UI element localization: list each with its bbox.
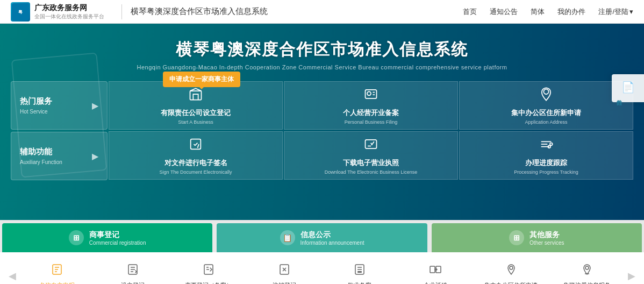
service-card-5[interactable]: 办理进度跟踪 Processing Progress Tracking bbox=[459, 131, 633, 180]
right-arrow-icon: ▶ bbox=[92, 151, 98, 161]
sign-icon bbox=[188, 137, 203, 155]
svg-text:粤: 粤 bbox=[18, 9, 23, 14]
logo-icon: 粤 bbox=[11, 2, 30, 22]
callout-bubble: 申请成立一家商事主体 bbox=[163, 72, 240, 87]
nav-notice[interactable]: 通知公告 bbox=[490, 7, 518, 17]
service-card-3[interactable]: 对文件进行电子签名 Sign The Document Electronical… bbox=[109, 131, 283, 180]
site-title: 横琴粤澳深度合作区市场准入信息系统 bbox=[131, 6, 268, 17]
office-location-icon bbox=[505, 263, 518, 279]
service-card-2[interactable]: 集中办公区住所新申请 Application Address bbox=[459, 81, 633, 130]
service-icon-5[interactable]: 企业迁移 bbox=[398, 263, 474, 284]
nav-home[interactable]: 首页 bbox=[463, 7, 477, 17]
logo-text: 广东政务服务网 全国一体化在线政务服务平台 bbox=[34, 3, 104, 21]
service-icon-3[interactable]: 注销登记 bbox=[246, 263, 322, 284]
hero-section: 横琴粤澳深度合作区市场准入信息系统 Hengqin Guangdong-Maca… bbox=[0, 24, 644, 220]
svg-rect-2 bbox=[190, 91, 202, 100]
services-area: 热门服务 Hot Service ▶ 辅助功能 Auxiliary Functi… bbox=[0, 81, 644, 180]
cancel-icon bbox=[278, 263, 291, 279]
hero-title-area: 横琴粤澳深度合作区市场准入信息系统 Hengqin Guangdong-Maca… bbox=[0, 24, 644, 70]
registry-icon bbox=[581, 263, 593, 279]
hot-service-panel[interactable]: 热门服务 Hot Service ▶ bbox=[11, 81, 108, 130]
svg-rect-18 bbox=[357, 271, 362, 273]
tab-info[interactable]: 📋 信息公示 Information announcement bbox=[217, 223, 427, 252]
service-icon-0[interactable]: 名称自主申报 bbox=[19, 263, 95, 284]
license-icon bbox=[363, 137, 378, 155]
header-divider bbox=[121, 4, 122, 19]
setup-icon bbox=[126, 263, 139, 279]
location-icon bbox=[539, 87, 554, 105]
tab-other[interactable]: ⊞ 其他服务 Other services bbox=[432, 223, 642, 252]
service-icon-4[interactable]: 歇业备案 bbox=[322, 263, 398, 284]
other-icon: ⊞ bbox=[509, 230, 524, 245]
person-card-icon bbox=[363, 87, 378, 105]
svg-point-4 bbox=[367, 91, 371, 95]
logo-area: 粤 广东政务服务网 全国一体化在线政务服务平台 bbox=[11, 2, 104, 22]
nav-mywork[interactable]: 我的办件 bbox=[557, 7, 585, 17]
service-icons-row: ◀ 名称自主申报 设立登记 变更登记（备案） bbox=[0, 252, 644, 284]
header-nav: 首页 通知公告 简体 我的办件 注册/登陆 ▾ bbox=[463, 7, 633, 17]
self-report-icon bbox=[51, 263, 63, 279]
service-card-4[interactable]: 下载电子营业执照 Download The Electronic Busines… bbox=[284, 131, 458, 180]
progress-icon bbox=[539, 137, 554, 155]
svg-point-22 bbox=[585, 266, 589, 269]
tab-commercial[interactable]: ⊞ 商事登记 Commercial registration bbox=[2, 223, 212, 252]
service-card-1[interactable]: 个人经营开业备案 Personal Business Filing bbox=[284, 81, 458, 130]
svg-point-21 bbox=[510, 266, 513, 269]
service-icon-2[interactable]: 变更登记（备案） bbox=[171, 263, 247, 284]
migrate-icon bbox=[429, 263, 442, 279]
left-panel: 热门服务 Hot Service ▶ 辅助功能 Auxiliary Functi… bbox=[11, 81, 108, 180]
bottom-tabs: ⊞ 商事登记 Commercial registration 📋 信息公示 In… bbox=[0, 220, 644, 252]
suspend-icon bbox=[353, 263, 366, 279]
service-icon-6[interactable]: 集中办公区住所申请 bbox=[474, 263, 549, 284]
svg-rect-7 bbox=[366, 139, 377, 148]
prev-arrow[interactable]: ◀ bbox=[5, 270, 19, 282]
hero-title-cn: 横琴粤澳深度合作区市场准入信息系统 bbox=[0, 39, 644, 61]
nav-simple[interactable]: 简体 bbox=[531, 7, 545, 17]
svg-point-5 bbox=[543, 89, 548, 94]
header: 粤 广东政务服务网 全国一体化在线政务服务平台 横琴粤澳深度合作区市场准入信息系… bbox=[0, 0, 644, 24]
info-icon: 📋 bbox=[280, 230, 295, 245]
service-icon-1[interactable]: 设立登记 bbox=[95, 263, 171, 284]
service-icon-7[interactable]: 集联注册信息报备 bbox=[549, 263, 625, 284]
chevron-down-icon: ▾ bbox=[629, 8, 633, 16]
auxiliary-panel[interactable]: 辅助功能 Auxiliary Function ▶ bbox=[11, 132, 108, 180]
nav-login[interactable]: 注册/登陆 ▾ bbox=[598, 7, 633, 17]
service-card-0[interactable]: 有限责任公司设立登记 Start A Business bbox=[109, 81, 283, 130]
right-arrow-icon: ▶ bbox=[92, 101, 98, 111]
hero-title-en: Hengqin Guangdong-Macao In-depth Coopera… bbox=[0, 64, 644, 70]
commercial-icon: ⊞ bbox=[69, 230, 84, 245]
change-icon bbox=[202, 263, 215, 279]
svg-point-11 bbox=[550, 143, 553, 145]
main-services-grid: 申请成立一家商事主体 有限责任公司设立登记 Start A Business bbox=[109, 81, 633, 180]
next-arrow[interactable]: ▶ bbox=[625, 270, 639, 282]
svg-rect-19 bbox=[430, 266, 435, 273]
